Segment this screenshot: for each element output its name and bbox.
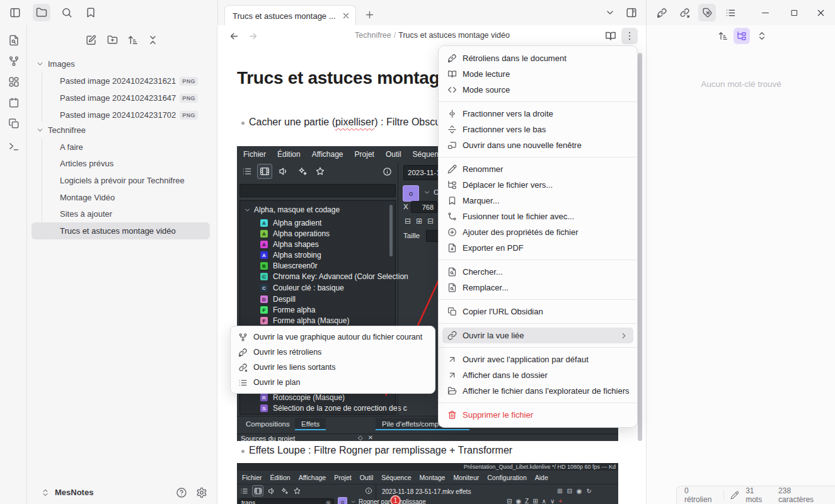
view-header: Technifree/Trucs et astuces montage vidé… (218, 25, 646, 47)
file-type-badge: PNG (180, 94, 197, 103)
editor-scrollbar[interactable] (638, 53, 642, 441)
nested-tags-icon[interactable] (734, 28, 750, 44)
toggle-left-sidebar-button[interactable] (6, 4, 24, 21)
menu-item-delete-file[interactable]: Supprimer le fichier (439, 407, 637, 423)
chevron-down-icon (36, 126, 44, 134)
collapse-all-icon[interactable] (144, 32, 161, 48)
reading-mode-button[interactable] (602, 28, 619, 44)
submenu-item-outgoing-links[interactable]: Ouvrir les liens sortants (231, 360, 435, 375)
tab-title: Trucs et astuces montage ... (233, 11, 342, 21)
menu-separator (439, 260, 637, 260)
search-tab-button[interactable] (58, 4, 76, 21)
menu-item-open-linked-view[interactable]: Ouvrir la vue liée (442, 328, 633, 343)
menu-item-export-pdf[interactable]: Exporter en PDF (439, 240, 637, 256)
chevron-down-icon (36, 60, 44, 68)
file-item[interactable]: Montage Vidéo (60, 189, 115, 206)
more-options-menu: Rétroliens dans le document Mode lecture… (438, 45, 638, 428)
menu-item-source-mode[interactable]: Mode source (439, 82, 637, 98)
file-item[interactable]: Pasted image 20241024231621 PNG (60, 72, 198, 89)
more-options-button[interactable] (621, 28, 638, 44)
window-minimize-button[interactable] (756, 4, 774, 21)
calendar-icon[interactable] (5, 94, 23, 112)
file-explorer: Images Pasted image 20241024231621 PNG P… (27, 25, 217, 504)
new-tab-button[interactable] (360, 6, 378, 23)
help-button[interactable] (176, 487, 187, 498)
outgoing-links-pane-button[interactable] (676, 4, 693, 21)
new-note-icon[interactable] (83, 32, 99, 48)
forward-button[interactable] (245, 28, 261, 44)
kd2-window-title: Présentation_Quod_Libet.kdenlive */ HD 1… (464, 464, 616, 470)
left-ribbon (0, 25, 27, 504)
kd2-volume-icon (266, 485, 277, 496)
folder-images[interactable]: Images (36, 55, 75, 72)
note-bullet-2: Effets Loupe : Filtre Rogner par remplis… (239, 445, 512, 456)
back-button[interactable] (226, 28, 242, 44)
file-item[interactable]: Sites à ajouter (60, 205, 112, 222)
menu-item-show-in-explorer[interactable]: Afficher le fichier dans l'explorateur d… (439, 383, 637, 399)
backlinks-pane-button[interactable] (653, 4, 671, 21)
submenu-item-backlinks[interactable]: Ouvrir les rétroliens (231, 345, 435, 360)
submenu-item-outline[interactable]: Ouvrir le plan (231, 375, 435, 390)
menu-item-search[interactable]: Chercher... (439, 264, 637, 280)
file-item[interactable]: Logiciels à prévoir pour Technifree (60, 172, 185, 189)
tag-sort-icon[interactable] (715, 28, 731, 44)
indent-guide (42, 139, 42, 239)
vault-switcher[interactable]: MesNotes (27, 481, 217, 504)
menu-item-open-in-new-window[interactable]: Ouvrir dans une nouvelle fenêtre (439, 137, 637, 153)
breadcrumb[interactable]: Technifree/Trucs et astuces montage vidé… (281, 31, 584, 40)
new-folder-icon[interactable] (104, 32, 120, 48)
window-maximize-button[interactable] (785, 4, 803, 21)
menu-item-merge-file[interactable]: Fusionner tout le fichier avec... (439, 209, 637, 224)
menu-item-split-down[interactable]: Fractionner vers le bas (439, 122, 637, 137)
templates-icon[interactable] (5, 115, 23, 132)
submenu-item-graph-view[interactable]: Ouvrir la vue graphique autour du fichie… (231, 329, 435, 345)
kd2-list-icon (238, 485, 250, 496)
word-count: 31 mots (746, 486, 772, 504)
bookmarks-tab-button[interactable] (82, 4, 100, 21)
file-item[interactable]: Pasted image 20241024231702 PNG (60, 106, 198, 123)
kd2-menubar: FichierÉditionAffichageProjetOutilSéquen… (242, 471, 548, 484)
menu-item-split-right[interactable]: Fractionner vers la droite (439, 106, 637, 122)
sort-icon[interactable] (124, 32, 141, 48)
linked-view-submenu: Ouvrir la vue graphique autour du fichie… (230, 326, 435, 394)
outline-pane-button[interactable] (722, 4, 739, 21)
menu-item-reading-mode[interactable]: Mode lecture (439, 66, 637, 82)
file-item-selected[interactable]: Trucs et astuces montage vidéo (60, 222, 176, 239)
folder-technifree[interactable]: Technifree (36, 122, 86, 139)
menu-item-move-file[interactable]: Déplacer le fichier vers... (439, 177, 637, 193)
embedded-image-kdenlive-loupe: Présentation_Quod_Libet.kdenlive */ HD 1… (237, 463, 618, 504)
settings-button[interactable] (196, 487, 207, 498)
canvas-icon[interactable] (5, 73, 23, 91)
menu-item-rename[interactable]: Renommer (439, 161, 637, 177)
toggle-right-sidebar-button[interactable] (623, 4, 640, 21)
expand-all-icon[interactable] (754, 28, 770, 44)
menu-item-replace[interactable]: Remplacer... (439, 280, 637, 295)
edit-mode-icon[interactable] (730, 491, 739, 500)
menu-separator (439, 323, 637, 324)
tab-close-icon[interactable] (342, 11, 350, 20)
menu-item-open-default-app[interactable]: Ouvrir avec l'application par défaut (439, 352, 637, 367)
file-item[interactable]: A faire (60, 139, 83, 156)
window-close-button[interactable] (812, 4, 829, 21)
menu-item-show-in-folder[interactable]: Afficher dans le dossier (439, 367, 637, 383)
backlink-count[interactable]: 0 rétrolien (684, 486, 717, 504)
tab-list-button[interactable] (601, 4, 619, 21)
file-search-icon[interactable] (5, 32, 23, 49)
tags-pane: Aucun mot-clé trouvé (646, 25, 835, 504)
file-type-badge: PNG (180, 77, 197, 86)
file-item[interactable]: Pasted image 20241024231647 PNG (60, 89, 198, 106)
menu-item-backlinks-in-document[interactable]: Rétroliens dans le document (439, 50, 637, 66)
terminal-icon[interactable] (5, 137, 23, 155)
files-tab-button[interactable] (33, 4, 50, 21)
empty-message: Aucun mot-clé trouvé (647, 79, 835, 89)
menu-item-add-properties[interactable]: Ajouter des propriétés de fichier (439, 224, 637, 240)
tags-pane-button[interactable] (698, 4, 716, 21)
menu-item-copy-obsidian-url[interactable]: Copier l'URL Obsidian (439, 304, 637, 319)
menu-separator (439, 403, 637, 403)
graph-icon[interactable] (5, 52, 23, 70)
status-bar: 0 rétrolien 31 mots 238 caractères (676, 486, 835, 504)
file-item[interactable]: Articles prévus (60, 155, 113, 172)
tab-active[interactable]: Trucs et astuces montage ... (224, 5, 356, 26)
indent-guide (42, 72, 42, 122)
menu-item-bookmark[interactable]: Marquer... (439, 193, 637, 209)
